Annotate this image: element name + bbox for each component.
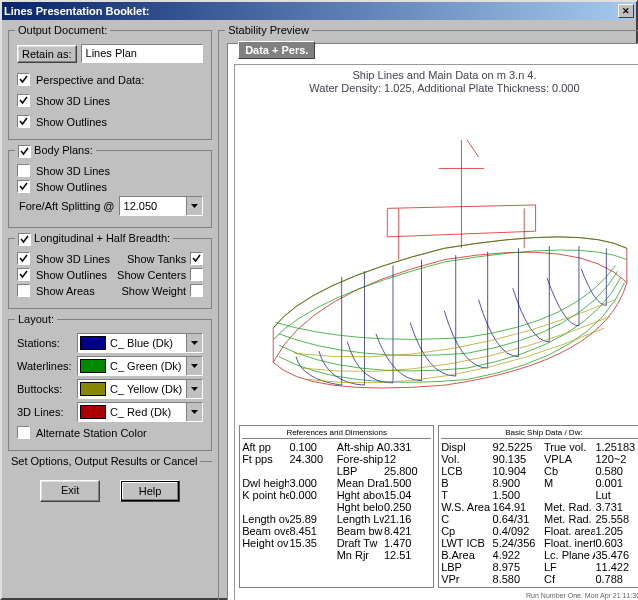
- preview-area: Data + Pers. Ship Lines and Main Data on…: [227, 43, 638, 600]
- preview-frame: Stability Preview Data + Pers. Ship Line…: [218, 30, 638, 600]
- body-plans-checkbox[interactable]: [18, 145, 31, 158]
- show-3d-lines-label: Show 3D Lines: [36, 95, 110, 107]
- stations-combo[interactable]: C_ Blue (Dk): [77, 333, 203, 353]
- waterlines-swatch: [80, 359, 106, 373]
- perspective-label: Perspective and Data:: [36, 74, 144, 86]
- 3d-lines-label: 3D Lines:: [17, 406, 73, 418]
- show-areas-checkbox[interactable]: [17, 284, 30, 297]
- output-document-legend: Output Document:: [15, 24, 110, 36]
- references-table: References and Dimensions Aft pp0.100Aft…: [239, 425, 434, 588]
- data-tables: References and Dimensions Aft pp0.100Aft…: [239, 425, 638, 588]
- buttocks-label: Buttocks:: [17, 383, 73, 395]
- preview-mode-label: Data + Pers.: [238, 41, 315, 59]
- preview-footer: Run Number One. Mon Apr 21 11:30:31: [239, 592, 638, 599]
- split-label: Fore/Aft Splitting @: [19, 200, 115, 212]
- actions-frame: Set Options, Output Results or Cancel Ex…: [8, 461, 212, 512]
- chevron-down-icon: [186, 357, 202, 375]
- longitudinal-legend: Longitudinal + Half Breadth:: [15, 232, 173, 246]
- bp-show-3d-label: Show 3D Lines: [36, 165, 110, 177]
- alternate-station-checkbox[interactable]: [17, 426, 30, 439]
- stations-label: Stations:: [17, 337, 73, 349]
- waterlines-label: Waterlines:: [17, 360, 73, 372]
- chevron-down-icon: [186, 334, 202, 352]
- show-weight-checkbox[interactable]: [190, 284, 203, 297]
- longitudinal-checkbox[interactable]: [18, 233, 31, 246]
- show-3d-lines-checkbox[interactable]: [17, 94, 30, 107]
- perspective-checkbox[interactable]: [17, 73, 30, 86]
- preview-title: Ship Lines and Main Data on m 3.n 4. Wat…: [239, 69, 638, 95]
- show-centers-label: Show Centers: [117, 269, 186, 281]
- waterlines-combo[interactable]: C_ Green (Dk): [77, 356, 203, 376]
- help-button[interactable]: Help: [120, 480, 180, 502]
- output-document-frame: Output Document: Retain as: Lines Plan P…: [8, 30, 212, 140]
- ship-wireframe: [239, 99, 638, 420]
- bp-outlines-checkbox[interactable]: [17, 180, 30, 193]
- buttocks-combo[interactable]: C_ Yellow (Dk): [77, 379, 203, 399]
- body-plans-legend: Body Plans:: [15, 144, 96, 158]
- show-outlines-checkbox[interactable]: [17, 115, 30, 128]
- ship-data-table: Basic Ship Data / Dw: Displ92.5225True v…: [438, 425, 638, 588]
- alternate-station-label: Alternate Station Color: [36, 427, 147, 439]
- 3d-lines-combo[interactable]: C_ Red (Dk): [77, 402, 203, 422]
- show-tanks-checkbox[interactable]: [190, 252, 203, 265]
- dialog-window: Lines Presentation Booklet: ✕ Output Doc…: [0, 0, 638, 600]
- layout-frame: Layout: Stations: C_ Blue (Dk) Waterline…: [8, 319, 212, 451]
- preview-legend: Stability Preview: [225, 24, 312, 36]
- exit-button[interactable]: Exit: [40, 480, 100, 502]
- body-plans-frame: Body Plans: Show 3D Lines Show Outlines …: [8, 150, 212, 228]
- show-outlines-label: Show Outlines: [36, 116, 107, 128]
- retain-as-button[interactable]: Retain as:: [17, 45, 77, 63]
- split-combo[interactable]: 12.050: [119, 196, 204, 216]
- show-tanks-label: Show Tanks: [127, 253, 186, 265]
- retain-as-input[interactable]: Lines Plan: [81, 44, 204, 63]
- lhb-show-3d-checkbox[interactable]: [17, 252, 30, 265]
- chevron-down-icon: [186, 197, 202, 215]
- lhb-outlines-label: Show Outlines: [36, 269, 107, 281]
- titlebar: Lines Presentation Booklet: ✕: [2, 2, 636, 20]
- bp-show-3d-checkbox[interactable]: [17, 164, 30, 177]
- buttocks-swatch: [80, 382, 106, 396]
- window-title: Lines Presentation Booklet:: [4, 5, 618, 17]
- actions-legend: Set Options, Output Results or Cancel: [8, 455, 200, 467]
- longitudinal-frame: Longitudinal + Half Breadth: Show 3D Lin…: [8, 238, 212, 309]
- show-centers-checkbox[interactable]: [190, 268, 203, 281]
- chevron-down-icon: [186, 380, 202, 398]
- lhb-outlines-checkbox[interactable]: [17, 268, 30, 281]
- show-areas-label: Show Areas: [36, 285, 95, 297]
- chevron-down-icon: [186, 403, 202, 421]
- layout-legend: Layout:: [15, 313, 57, 325]
- 3d-lines-swatch: [80, 405, 106, 419]
- bp-outlines-label: Show Outlines: [36, 181, 107, 193]
- close-button[interactable]: ✕: [618, 4, 634, 18]
- stations-swatch: [80, 336, 106, 350]
- lhb-show-3d-label: Show 3D Lines: [36, 253, 110, 265]
- show-weight-label: Show Weight: [122, 285, 187, 297]
